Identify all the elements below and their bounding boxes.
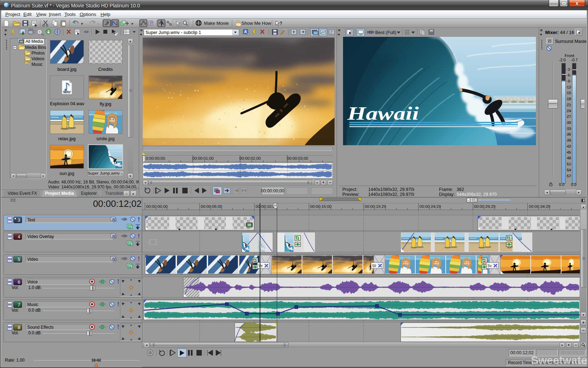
svg-text:57: 57 bbox=[567, 174, 571, 178]
svg-text:α: α bbox=[129, 243, 131, 246]
svg-text:21: 21 bbox=[567, 103, 571, 107]
svg-text:00:00:29;29: 00:00:29;29 bbox=[474, 204, 496, 209]
svg-text:Sv: Sv bbox=[487, 264, 492, 268]
svg-text:48: 48 bbox=[567, 156, 571, 160]
svg-text:Ve: Ve bbox=[258, 264, 263, 268]
svg-text:12: 12 bbox=[567, 85, 571, 89]
svg-text:?: ? bbox=[280, 21, 282, 26]
svg-text:36: 36 bbox=[567, 132, 571, 136]
svg-text:30: 30 bbox=[567, 121, 571, 125]
svg-text:39: 39 bbox=[567, 138, 571, 142]
svg-text:00:00:05;00: 00:00:05;00 bbox=[201, 204, 222, 209]
svg-text:-3:01: -3:01 bbox=[468, 198, 476, 202]
svg-text:42: 42 bbox=[567, 145, 571, 148]
svg-text:6: 6 bbox=[568, 73, 570, 77]
svg-text:18: 18 bbox=[567, 97, 571, 101]
svg-text:Hawaii: Hawaii bbox=[347, 103, 419, 124]
svg-text:24: 24 bbox=[567, 109, 571, 113]
svg-text:00:00:19;29: 00:00:19;29 bbox=[365, 204, 386, 209]
svg-text:A: A bbox=[244, 30, 247, 34]
svg-text:00:00:24;29: 00:00:24;29 bbox=[419, 204, 441, 209]
svg-text:9: 9 bbox=[568, 79, 570, 83]
svg-text:51: 51 bbox=[567, 162, 571, 166]
svg-text:33: 33 bbox=[567, 127, 571, 131]
svg-text:Best (Full): Best (Full) bbox=[375, 30, 396, 35]
svg-text:45: 45 bbox=[567, 151, 571, 154]
svg-text:54: 54 bbox=[567, 168, 571, 172]
svg-text:α: α bbox=[129, 226, 131, 229]
svg-text:00:00:00;00: 00:00:00;00 bbox=[146, 204, 168, 209]
svg-text:3: 3 bbox=[568, 68, 570, 72]
svg-text:00:00:15;00: 00:00:15;00 bbox=[310, 204, 332, 209]
svg-text:00:00:34;29: 00:00:34;29 bbox=[529, 204, 550, 209]
svg-text:Sli: Sli bbox=[372, 264, 376, 268]
svg-text:00:00:00;00: 00:00:00;00 bbox=[261, 188, 284, 193]
svg-text:α: α bbox=[129, 265, 131, 268]
svg-text:27: 27 bbox=[567, 115, 571, 119]
svg-text:15: 15 bbox=[567, 91, 571, 95]
